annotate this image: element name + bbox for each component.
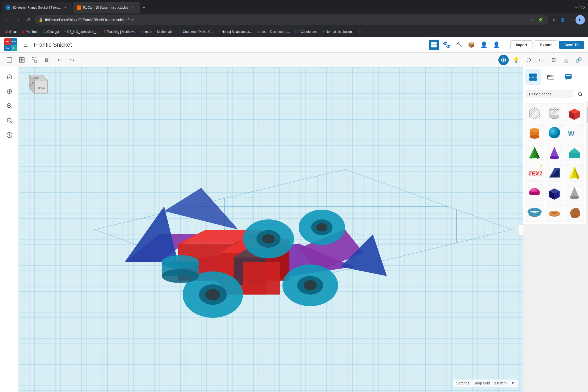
flip-btn[interactable]: △ — [561, 55, 571, 65]
shape-text3d[interactable]: ★ TEXT TEXT — [525, 163, 544, 182]
bookmarks-more[interactable]: » — [359, 29, 361, 34]
add-user-icon[interactable]: 👤 — [479, 40, 489, 50]
tab-close-2[interactable]: ✕ — [130, 5, 136, 10]
light-btn[interactable]: 💡 — [511, 55, 521, 65]
forward-button[interactable]: → — [14, 16, 22, 24]
shape-blob[interactable]: ☆ — [565, 203, 584, 222]
menu-button[interactable]: ☰ — [20, 40, 31, 50]
tab-close-1[interactable]: ✕ — [63, 5, 68, 10]
shape-cone-gray[interactable]: ☆ — [565, 183, 584, 201]
select-tool[interactable] — [4, 55, 15, 65]
minimize-btn[interactable]: ─ — [575, 5, 578, 10]
bookmark-math[interactable]: m math — Mathemati... — [139, 29, 176, 35]
ruler-button[interactable] — [3, 129, 16, 141]
shape-text[interactable]: ☆ W W — [565, 123, 584, 142]
more-tools-btn[interactable]: 🔗 — [573, 55, 584, 65]
shapes-search-button[interactable] — [575, 89, 585, 99]
pawprint-icon[interactable]: 🐾 — [441, 40, 452, 50]
shape-ring[interactable]: ☆ — [545, 203, 564, 222]
delete-tool[interactable]: 🗑 — [42, 55, 52, 65]
redo-tool[interactable]: ↪ — [67, 55, 77, 65]
close-btn[interactable]: ✕ — [583, 5, 586, 10]
fit-view-button[interactable] — [3, 85, 16, 97]
svg-rect-5 — [20, 57, 22, 59]
ungroup-tool[interactable] — [29, 55, 40, 65]
settings-label[interactable]: Settings — [456, 381, 469, 385]
new-tab-button[interactable]: + — [140, 5, 148, 11]
bookmark-youtube[interactable]: ▶ YouTube — [20, 29, 40, 35]
shape-cylinder-hole[interactable]: ☆ — [545, 103, 564, 122]
tab-2[interactable]: I F1 Car : 18 Steps - Instructables ✕ — [73, 2, 140, 13]
undo-tool[interactable]: ↩ — [54, 55, 65, 65]
shape-torus[interactable]: ☆ — [525, 203, 544, 222]
bookmark-gmail[interactable]: M Gmail — [3, 29, 19, 35]
address-input-wrapper[interactable]: 🔒 tinkercad.com/things/9IEumVC5oN9-frant… — [34, 15, 548, 25]
zoom-in-button[interactable] — [3, 100, 16, 112]
scrollbar[interactable] — [586, 101, 588, 224]
more-btn[interactable]: ⋮ — [567, 16, 574, 23]
sendto-button[interactable]: Send To — [559, 41, 584, 49]
user-profile-icon[interactable]: 👤 — [491, 40, 502, 50]
tools-icon[interactable]: ⛏ — [454, 40, 464, 50]
bookmark-chatgpt[interactable]: C Chat gpt — [41, 29, 61, 35]
grid-view-icon[interactable] — [429, 40, 439, 50]
group-tool[interactable] — [17, 55, 27, 65]
refresh-button[interactable]: ↺ — [24, 16, 32, 24]
shape-cone[interactable]: ☆ — [545, 143, 564, 162]
panel-tab-grid[interactable] — [525, 69, 541, 85]
tab-title-2: F1 Car : 18 Steps - Instructables — [83, 6, 128, 9]
shape-cylinder[interactable]: ☆ — [525, 123, 544, 142]
shape-sphere[interactable]: ☆ — [545, 123, 564, 142]
svg-text:W: W — [568, 130, 575, 138]
extension-icon[interactable]: 🧩 — [537, 16, 544, 23]
restore-btn[interactable]: □ — [579, 5, 581, 10]
secondary-toolbar: 🗑 ↩ ↪ 💡 ⬡ ⬭ ⊟ △ 🔗 — [0, 53, 588, 67]
box-icon[interactable]: 📦 — [466, 40, 477, 50]
right-panel-wrapper: › — [523, 67, 588, 392]
svg-point-78 — [162, 269, 199, 283]
panel-tab-chat[interactable] — [561, 69, 576, 85]
mirror-btn[interactable]: ⬭ — [536, 55, 546, 65]
camera-view-btn[interactable] — [498, 55, 509, 65]
bookmark-learn[interactable]: cc Learn Dashboard |... — [255, 29, 292, 35]
zoom-out-button[interactable] — [3, 114, 16, 127]
address-text: tinkercad.com/things/9IEumVC5oN9-frantic… — [45, 18, 526, 22]
extensions-btn[interactable]: ⚙ — [550, 16, 558, 23]
shape-pyramid[interactable]: ☆ — [525, 143, 544, 162]
bookmark-codeforces[interactable]: CF Codeforces — [293, 29, 319, 35]
panel-collapse-button[interactable]: › — [519, 224, 523, 235]
svg-rect-81 — [533, 74, 537, 77]
tinkercad-logo[interactable]: TIN KER CA D — [4, 38, 17, 51]
import-button[interactable]: Import — [510, 40, 533, 49]
bookmark-teaching[interactable]: T Teaching | Matthew... — [102, 29, 138, 35]
address-bar: ← → ↺ 🔒 tinkercad.com/things/9IEumVC5oN9… — [0, 13, 588, 27]
align-btn[interactable]: ⊟ — [548, 55, 559, 65]
shape-pyramid-yellow[interactable]: ☆ — [565, 163, 584, 182]
shape-box-hole[interactable]: ☆ — [525, 103, 544, 122]
user-avatar[interactable]: U — [575, 15, 585, 24]
svg-rect-4 — [7, 57, 12, 62]
shapes-category-dropdown[interactable]: Basic Shapes — [526, 90, 573, 98]
view-cube[interactable]: TOP LEFT BACK — [24, 72, 50, 99]
bookmark-neeraj[interactable]: P Neeraj Balachandar... — [216, 29, 254, 35]
bookmark-coursera[interactable]: C Coursera | Online C... — [177, 29, 215, 35]
home-button[interactable] — [3, 70, 16, 83]
shape-wedge[interactable]: ☆ — [545, 163, 564, 182]
export-button[interactable]: Export — [535, 40, 557, 49]
bookmark-cs[interactable]: + CS_UG_curriculum_... — [62, 29, 101, 35]
panel-tab-ruler[interactable] — [543, 69, 559, 85]
shape-halfsphere[interactable]: ☆ — [525, 183, 544, 201]
snap-expand-icon[interactable]: ▼ — [511, 381, 514, 385]
bookmark-normal-dist[interactable]: ✓ Normal distribution... — [320, 29, 357, 35]
svg-rect-9 — [32, 57, 34, 59]
shape-roof[interactable]: ☆ — [565, 143, 584, 162]
bookmark-star-icon[interactable]: ☆ — [529, 16, 536, 23]
tab-active[interactable]: T 3D design Frantic Snicket | Tinke... ✕ — [2, 2, 72, 13]
back-button[interactable]: ← — [3, 16, 11, 24]
svg-point-134 — [531, 211, 538, 213]
shape-outline-btn[interactable]: ⬡ — [523, 55, 534, 65]
canvas-area[interactable]: TOP LEFT BACK — [19, 67, 523, 392]
profile-btn[interactable]: 👤 — [559, 16, 566, 23]
shape-box[interactable]: ☆ — [565, 103, 584, 122]
shape-cube[interactable]: ☆ — [545, 183, 564, 201]
